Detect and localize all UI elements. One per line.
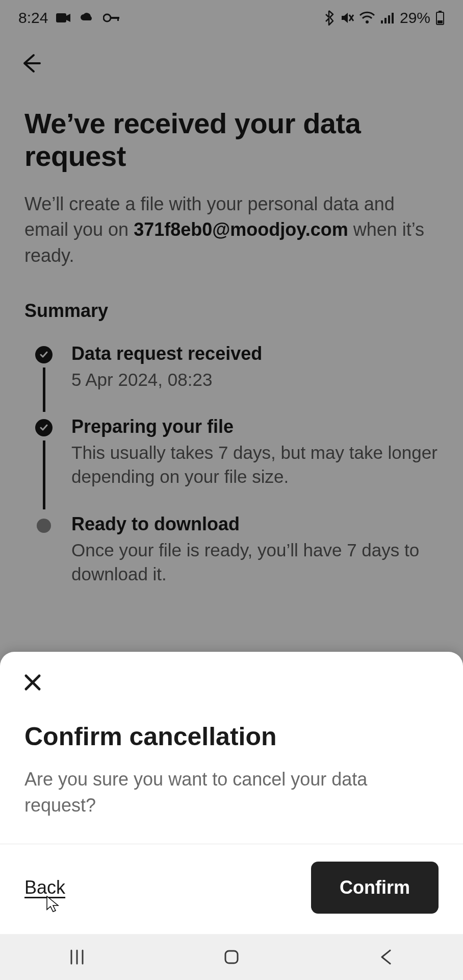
confirm-cancellation-sheet: Confirm cancellation Are you sure you wa… [0,652,463,934]
sheet-text: Are you sure you want to cancel your dat… [24,767,439,818]
sheet-actions: Back Confirm [0,844,463,934]
nav-recents-button[interactable] [57,944,97,970]
svg-rect-19 [225,951,238,963]
sheet-title: Confirm cancellation [24,722,439,751]
back-button[interactable]: Back [24,877,65,898]
nav-back-button[interactable] [366,944,406,970]
close-icon[interactable] [21,671,44,694]
nav-home-button[interactable] [211,944,252,970]
android-nav-bar [0,934,463,980]
confirm-button[interactable]: Confirm [311,862,439,914]
